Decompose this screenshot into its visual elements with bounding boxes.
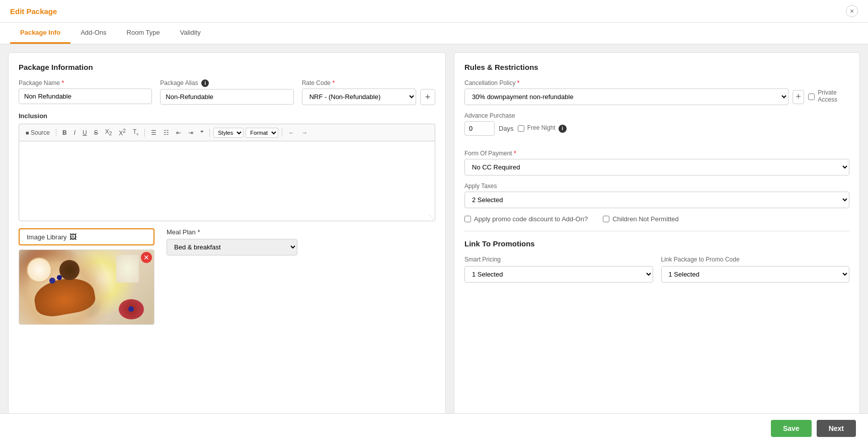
package-alias-input[interactable] [160, 89, 293, 105]
package-name-alias-rate-row: Package Name * Package Alias i Rate Code… [19, 79, 435, 105]
main-content: Package Information Package Name * Packa… [0, 44, 868, 437]
image-section: Image Library 🖼 [19, 228, 154, 325]
private-access-row: Private Access [808, 89, 849, 105]
toolbar-italic-btn[interactable]: I [71, 128, 78, 137]
cancellation-policy-group: Cancellation Policy * 30% downpayment no… [464, 79, 849, 105]
meal-section: Meal Plan * Bed & breakfast Half Board F… [167, 228, 297, 255]
butter-shape [116, 255, 139, 283]
advance-purchase-row: Days Free Night i [464, 121, 849, 136]
source-icon: ■ [26, 130, 29, 136]
free-night-info-icon: i [559, 125, 567, 133]
link-promo-code-col: Link Package to Promo Code 1 Selected [661, 256, 850, 283]
toolbar-superscript-btn[interactable]: X2 [116, 127, 128, 138]
toolbar-clear-btn[interactable]: Tx [130, 127, 141, 137]
children-not-permitted-label: Children Not Permitted [612, 215, 679, 223]
days-label: Days [499, 125, 514, 132]
remove-image-button[interactable]: ✕ [141, 252, 152, 263]
editor-resize-handle: ⋱ [429, 214, 434, 220]
link-promotions-section: Link To Promotions Smart Pricing 1 Selec… [464, 239, 849, 283]
toolbar-blockquote-btn[interactable]: ❝ [198, 128, 206, 137]
private-access-checkbox[interactable] [808, 94, 815, 100]
tab-room-type[interactable]: Room Type [117, 23, 170, 44]
cancellation-policy-label: Cancellation Policy * [464, 79, 849, 86]
editor-area[interactable]: ⋱ [19, 141, 435, 221]
advance-purchase-label: Advance Purchase [464, 112, 849, 119]
image-library-button[interactable]: Image Library 🖼 [19, 228, 154, 245]
package-alias-label: Package Alias i [160, 79, 293, 87]
free-night-row: Free Night i [518, 124, 567, 133]
private-access-label: Private Access [818, 89, 849, 103]
form-of-payment-select[interactable]: No CC Required [464, 159, 849, 175]
package-alias-group: Package Alias i [160, 79, 293, 105]
editor-toolbar: ■ Source B I U S X2 X2 Tx ☰ ☷ ⇤ ⇥ ❝ Styl… [19, 124, 435, 141]
toolbar-list-ol-btn[interactable]: ☰ [148, 128, 159, 137]
link-promo-row: Smart Pricing 1 Selected Link Package to… [464, 256, 849, 283]
rules-section-title: Rules & Restrictions [464, 63, 849, 71]
toolbar-undo-btn[interactable]: ← [286, 128, 297, 137]
apply-taxes-group: Apply Taxes 2 Selected [464, 183, 849, 208]
toolbar-redo-btn[interactable]: → [299, 128, 310, 137]
tab-add-ons[interactable]: Add-Ons [70, 23, 116, 44]
apply-taxes-label: Apply Taxes [464, 183, 849, 190]
rate-code-select[interactable]: NRF - (Non-Refundable) [302, 88, 416, 105]
form-of-payment-label: Form Of Payment * [464, 150, 849, 157]
children-not-permitted-checkbox-item: Children Not Permitted [603, 215, 679, 223]
toolbar-underline-btn[interactable]: U [80, 128, 90, 137]
toolbar-bold-btn[interactable]: B [60, 128, 69, 137]
close-button[interactable]: × [846, 5, 858, 17]
link-promotions-title: Link To Promotions [464, 239, 849, 248]
free-night-label: Free Night [527, 124, 556, 131]
tabs-bar: Package Info Add-Ons Room Type Validity [0, 23, 868, 44]
chocolate-shape [59, 260, 80, 280]
apply-promo-label: Apply promo code discount to Add-On? [474, 215, 588, 223]
toolbar-sep-2 [144, 129, 145, 137]
toolbar-align-right-btn[interactable]: ⇥ [186, 128, 196, 137]
left-section-title: Package Information [19, 63, 435, 71]
blueberry-2 [57, 275, 62, 280]
apply-promo-checkbox[interactable] [464, 216, 471, 222]
rate-code-group: Rate Code * NRF - (Non-Refundable) + [302, 79, 435, 105]
apply-taxes-select[interactable]: 2 Selected [464, 192, 849, 208]
divider [464, 231, 849, 231]
toolbar-align-left-btn[interactable]: ⇤ [174, 128, 184, 137]
toolbar-styles-select[interactable]: Styles [213, 128, 244, 138]
advance-purchase-group: Advance Purchase Days Free Night i [464, 112, 849, 143]
blueberry-1 [49, 278, 55, 284]
inclusion-label: Inclusion [19, 112, 435, 120]
image-meal-row: Image Library 🖼 [19, 228, 435, 325]
toolbar-source-btn[interactable]: ■ Source [23, 128, 52, 137]
apply-taxes-row: 2 Selected [464, 192, 849, 208]
toolbar-sep-3 [209, 129, 210, 137]
children-not-permitted-checkbox[interactable] [603, 216, 609, 222]
free-night-checkbox[interactable] [518, 125, 524, 132]
meal-plan-label: Meal Plan * [167, 228, 297, 236]
toolbar-list-ul-btn[interactable]: ☷ [161, 128, 172, 137]
rate-code-add-btn[interactable]: + [420, 89, 435, 105]
cancellation-policy-row: 30% downpayment non-refundable + Private… [464, 88, 849, 105]
meal-plan-select[interactable]: Bed & breakfast Half Board Full Board Ro… [167, 239, 297, 255]
advance-purchase-input[interactable] [464, 121, 495, 136]
cancellation-policy-add-btn[interactable]: + [793, 90, 805, 104]
link-promo-code-label: Link Package to Promo Code [661, 256, 850, 263]
toolbar-format-select[interactable]: Format [246, 128, 278, 138]
save-button[interactable]: Save [771, 420, 812, 437]
right-panel: Rules & Restrictions Cancellation Policy… [454, 52, 860, 429]
package-name-group: Package Name * [19, 79, 152, 105]
package-name-input[interactable] [19, 88, 152, 104]
tab-package-info[interactable]: Package Info [10, 23, 70, 44]
toolbar-strike-btn[interactable]: S [92, 128, 101, 137]
image-preview-container: ✕ [19, 249, 154, 325]
blueberry-3 [128, 306, 134, 312]
toolbar-sep-4 [282, 129, 282, 137]
tab-validity[interactable]: Validity [170, 23, 211, 44]
cancellation-policy-select[interactable]: 30% downpayment non-refundable [464, 88, 788, 105]
rate-code-label: Rate Code * [302, 79, 435, 86]
next-button[interactable]: Next [817, 420, 856, 437]
toolbar-sep-1 [56, 129, 56, 137]
apply-promo-checkbox-item: Apply promo code discount to Add-On? [464, 215, 588, 223]
toolbar-subscript-btn[interactable]: X2 [103, 127, 115, 137]
smart-pricing-select[interactable]: 1 Selected [464, 266, 653, 283]
package-name-label: Package Name * [19, 79, 152, 86]
link-promo-code-select[interactable]: 1 Selected [661, 266, 850, 283]
smart-pricing-col: Smart Pricing 1 Selected [464, 256, 653, 283]
